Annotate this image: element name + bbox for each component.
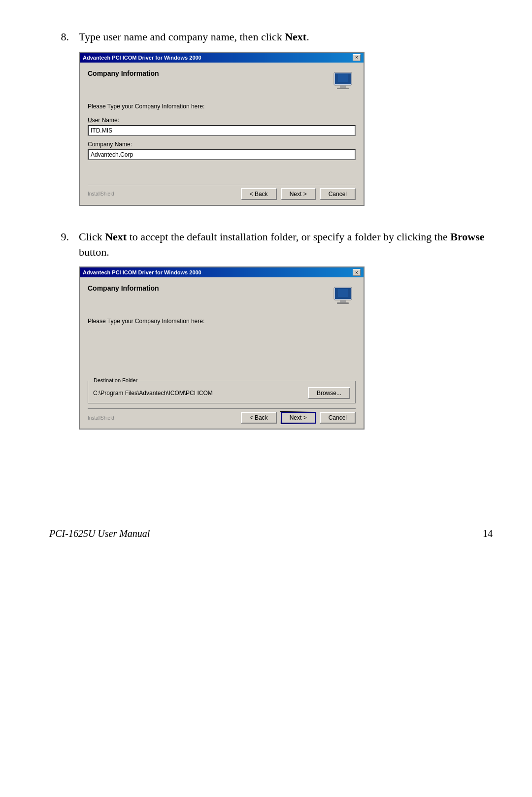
step8-installshield-label: InstallShield xyxy=(88,191,222,197)
step8-companyname-label: Company Name: xyxy=(88,141,356,148)
step9-dialog-title: Advantech PCI ICOM Driver for Windows 20… xyxy=(83,269,201,275)
step9-cancel-button[interactable]: Cancel xyxy=(320,412,356,424)
step9-dialog: Advantech PCI ICOM Driver for Windows 20… xyxy=(79,266,365,430)
svg-rect-2 xyxy=(340,85,346,88)
step9-header-title: Company Information xyxy=(88,284,159,292)
step8-back-button[interactable]: < Back xyxy=(241,188,277,200)
step8-next-button[interactable]: Next > xyxy=(281,188,316,200)
step9-dialog-body: Company Information Please Type your xyxy=(80,277,364,429)
step9-dest-folder-group: Destination Folder C:\Program Files\Adva… xyxy=(88,381,356,403)
step8-spacer xyxy=(88,165,356,180)
step9-text-bold1: Next xyxy=(105,231,127,243)
step8-close-button[interactable]: × xyxy=(353,54,361,61)
svg-rect-9 xyxy=(338,289,348,297)
step9-number: 9. xyxy=(49,230,69,243)
svg-rect-3 xyxy=(337,88,349,89)
step9-row: 9. Click Next to accept the default inst… xyxy=(49,230,493,430)
step9-computer-icon xyxy=(330,284,356,310)
step8-dialog-body: Company Information Please Type your xyxy=(80,63,364,205)
step9-text-mid: to accept the default installation folde… xyxy=(127,231,450,243)
step9-text-pre: Click xyxy=(79,231,105,243)
footer-page-num: 14 xyxy=(483,528,493,539)
step9-buttons: < Back Next > Cancel xyxy=(222,412,356,424)
step8-text-bold: Next xyxy=(285,31,306,43)
step8-text-post: . xyxy=(306,31,309,43)
svg-rect-4 xyxy=(338,74,348,82)
svg-rect-8 xyxy=(337,302,349,304)
step9-block: 9. Click Next to accept the default inst… xyxy=(49,230,493,430)
step9-instruction: Please Type your Company Infomation here… xyxy=(88,318,356,325)
step8-header-title: Company Information xyxy=(88,69,159,77)
step8-footer: InstallShield < Back Next > Cancel xyxy=(88,185,356,200)
step9-text-bold2: Browse xyxy=(450,231,484,243)
step8-username-underline: U xyxy=(88,117,92,124)
step9-dialog-titlebar: Advantech PCI ICOM Driver for Windows 20… xyxy=(80,267,364,277)
step8-username-input[interactable] xyxy=(88,125,356,136)
step8-dialog-title: Advantech PCI ICOM Driver for Windows 20… xyxy=(83,55,201,61)
step9-close-button[interactable]: × xyxy=(353,269,361,276)
step9-browse-button[interactable]: Browse... xyxy=(308,387,350,399)
step8-computer-icon xyxy=(330,69,356,95)
step9-next-button[interactable]: Next > xyxy=(281,412,316,424)
step9-installshield-label: InstallShield xyxy=(88,415,222,421)
step8-row: 8. Type user name and company name, then… xyxy=(49,30,493,206)
step8-text: Type user name and company name, then cl… xyxy=(79,30,493,45)
step9-dest-folder-row: C:\Program Files\Advantech\ICOM\PCI ICOM… xyxy=(93,387,350,399)
page-footer: PCI-1625U User Manual 14 xyxy=(49,528,493,539)
step8-buttons: < Back Next > Cancel xyxy=(222,188,356,200)
step9-spacer xyxy=(88,332,356,376)
step8-text-pre: Type user name and company name, then cl… xyxy=(79,31,285,43)
step9-footer: InstallShield < Back Next > Cancel xyxy=(88,408,356,424)
step9-back-button[interactable]: < Back xyxy=(241,412,277,424)
step8-username-label: User Name: xyxy=(88,117,356,124)
step9-content: Click Next to accept the default install… xyxy=(79,230,493,430)
step8-number: 8. xyxy=(49,30,69,43)
step8-block: 8. Type user name and company name, then… xyxy=(49,30,493,206)
step8-content: Type user name and company name, then cl… xyxy=(79,30,493,206)
step9-text: Click Next to accept the default install… xyxy=(79,230,493,260)
step8-cancel-button[interactable]: Cancel xyxy=(320,188,356,200)
step8-dialog-header: Company Information xyxy=(88,69,356,95)
step8-username-label-rest: ser Name: xyxy=(92,117,119,124)
svg-rect-7 xyxy=(340,300,346,302)
step8-companyname-label-rest: ompany Name: xyxy=(92,141,132,148)
step8-dialog: Advantech PCI ICOM Driver for Windows 20… xyxy=(79,52,365,206)
step8-companyname-underline: C xyxy=(88,141,92,148)
step9-dest-folder-path: C:\Program Files\Advantech\ICOM\PCI ICOM xyxy=(93,390,303,397)
step9-dest-folder-legend: Destination Folder xyxy=(92,377,139,383)
step8-instruction: Please Type your Company Infomation here… xyxy=(88,103,356,110)
footer-manual: PCI-1625U User Manual xyxy=(49,528,150,539)
step8-dialog-titlebar: Advantech PCI ICOM Driver for Windows 20… xyxy=(80,53,364,63)
step8-companyname-input[interactable] xyxy=(88,149,356,160)
step9-dialog-header: Company Information xyxy=(88,284,356,310)
step9-text-post: button. xyxy=(79,246,109,258)
